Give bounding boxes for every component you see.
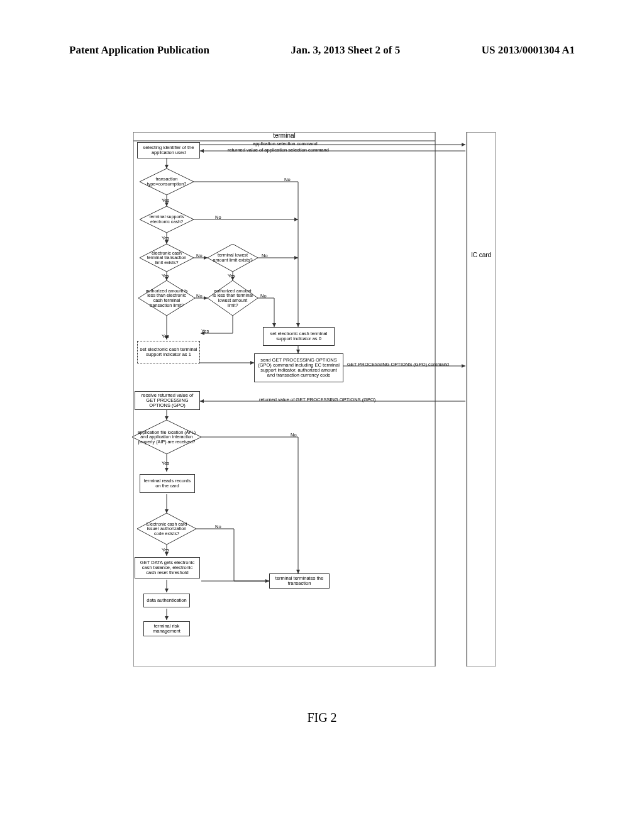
msg-gpo-cmd: GET PROCESSING OPTIONS (GPO) command [347, 362, 449, 367]
node-read-records: terminal reads records on the card [140, 474, 195, 493]
label-yes-4: Yes [228, 273, 235, 279]
node-set-indicator-0: set electronic cash terminal support ind… [263, 327, 335, 346]
node-receive-gpo: receive returned value of GET PROCESSING… [135, 391, 200, 410]
header-center: Jan. 3, 2013 Sheet 2 of 5 [291, 44, 400, 57]
label-no-1: No [284, 177, 291, 182]
node-get-data: GET DATA gets electronic cash balance, e… [135, 557, 200, 578]
lane-iccard-title: IC card [467, 252, 496, 258]
msg-app-select-return: returned value of application selection … [228, 147, 329, 153]
label-yes-7: Yes [162, 460, 169, 466]
node-risk-management: terminal risk management [143, 621, 190, 636]
node-terminate: terminal terminates the transaction [269, 573, 330, 589]
node-auth-less-lowest: authorized amount is less than terminal … [208, 280, 258, 316]
label-no-8: No [215, 524, 221, 529]
node-auth-less-ec: authorized amount is less than electroni… [138, 280, 195, 316]
node-transaction-type: transaction type=consumption? [140, 169, 194, 195]
node-ec-auth-code: Electronic cash card issuer authorizatio… [137, 513, 196, 545]
label-no-2: No [215, 214, 221, 220]
label-no-7: No [291, 432, 297, 438]
svg-rect-2 [467, 132, 496, 667]
node-select-identifier: selecting identifier of the application … [137, 142, 200, 158]
header-right: US 2013/0001304 A1 [482, 44, 575, 57]
node-lowest-limit-exists: terminal lowest amount limit exists? [208, 244, 258, 272]
label-no-5: No [196, 293, 203, 299]
label-yes-2: Yes [162, 235, 169, 241]
label-yes-5: Yes [162, 333, 169, 339]
header-left: Patent Application Publication [69, 44, 209, 57]
label-no-6: No [260, 293, 267, 299]
label-yes-6: Yes [201, 328, 209, 334]
label-yes-1: Yes [162, 197, 169, 203]
node-afl-aip-received: application file location (AFL) and appl… [132, 420, 201, 454]
node-data-authentication: data authentication [143, 594, 190, 607]
label-no-4: No [262, 253, 268, 258]
node-supports-ec: terminal supports electronic cash? [140, 206, 194, 233]
label-yes-8: Yes [162, 547, 169, 553]
figure-label: FIG 2 [0, 711, 644, 725]
flowchart-diagram: terminal IC card application selection c… [133, 132, 496, 667]
msg-app-select-cmd: application selection command [253, 141, 318, 147]
label-no-3: No [196, 253, 203, 258]
page-header: Patent Application Publication Jan. 3, 2… [0, 44, 644, 57]
label-yes-3: Yes [162, 273, 169, 279]
node-send-gpo: send GET PROCESSING OPTIONS (GPO) comman… [254, 353, 343, 382]
node-ec-limit-exists: electronic cash terminal transaction lim… [140, 244, 194, 272]
lane-terminal-title: terminal [133, 132, 435, 139]
node-set-indicator-1: set electronic cash terminal support ind… [137, 341, 200, 363]
msg-gpo-return: returned value of GET PROCESSING OPTIONS… [259, 397, 375, 402]
